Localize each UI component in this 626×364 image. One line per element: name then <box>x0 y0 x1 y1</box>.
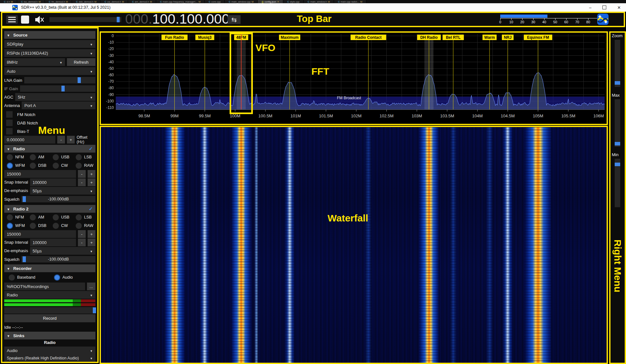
mode-cw[interactable]: CW <box>53 162 68 169</box>
radio-button-icon[interactable] <box>30 214 36 220</box>
radio-button-icon[interactable] <box>76 154 82 160</box>
editor-tab[interactable]: Cd.hM <box>0 0 17 3</box>
increment-button[interactable]: + <box>88 230 95 238</box>
radio-button-icon[interactable] <box>7 214 13 220</box>
source-device-select[interactable]: RSPdx (191106DA42) <box>4 49 95 57</box>
source-driver-select[interactable]: SDRplay <box>4 40 95 48</box>
recorder-volume-handle[interactable] <box>93 307 96 313</box>
recorder-volume-slider[interactable] <box>4 307 95 314</box>
increment-button[interactable]: + <box>88 170 95 178</box>
editor-tab[interactable]: Ccw_demod.hM <box>101 0 128 3</box>
bandwidth-select[interactable]: 8MHz <box>4 58 65 66</box>
zoom-slider-handle[interactable] <box>615 81 620 85</box>
editor-tab[interactable]: Cmain_window.hM <box>304 0 334 3</box>
if-gain-handle[interactable] <box>61 86 65 91</box>
max-slider-handle[interactable] <box>615 142 620 145</box>
mode-dsb[interactable]: DSB <box>30 162 47 169</box>
mode-usb[interactable]: USB <box>53 153 70 161</box>
swap-iq-button[interactable]: ⇆ <box>228 15 241 24</box>
increment-button[interactable]: + <box>88 178 95 186</box>
radio-button-icon[interactable] <box>30 163 36 169</box>
deemphasis-select[interactable]: 50µs <box>30 247 95 255</box>
mode-am[interactable]: AM <box>30 213 44 221</box>
decrement-button[interactable]: - <box>78 239 86 246</box>
fft-display[interactable]: FM BroadcastFun RadioMusiq348FMMaximumRa… <box>100 31 608 125</box>
checkbox-row[interactable]: FM Notch <box>4 111 95 118</box>
frequency-main-digits[interactable]: 100.100.000 <box>152 11 230 27</box>
menu-toggle-button[interactable] <box>6 15 18 24</box>
checkbox-icon[interactable] <box>6 128 13 134</box>
offset-input[interactable]: 0.000000 <box>4 136 55 144</box>
recorder-mode-baseband[interactable]: Baseband <box>9 273 35 281</box>
radio-button-icon[interactable] <box>30 223 36 229</box>
min-slider-handle[interactable] <box>615 163 620 166</box>
deemphasis-select[interactable]: 50µs <box>30 187 95 195</box>
sink-device-select[interactable]: Speakers (Realtek High Definition Audio) <box>4 354 95 362</box>
radio-button-icon[interactable] <box>53 154 59 160</box>
mode-nfm[interactable]: NFM <box>7 213 24 221</box>
mode-usb[interactable]: USB <box>53 213 70 221</box>
offset-decrement-button[interactable]: - <box>57 136 65 144</box>
lna-gain-handle[interactable] <box>78 77 81 83</box>
bandwidth-input[interactable]: 150000 <box>4 230 76 238</box>
mode-wfm[interactable]: WFM <box>7 162 25 169</box>
radio-button-icon[interactable] <box>9 274 15 281</box>
enabled-check-icon[interactable] <box>89 146 93 152</box>
editor-tab[interactable]: Cdsb_demod.hM <box>72 0 101 3</box>
close-button[interactable]: ✕ <box>617 5 621 10</box>
radio-button-icon[interactable] <box>76 223 82 229</box>
editor-tab[interactable]: Ccore.cpp <box>205 0 225 3</box>
radio-button-icon[interactable] <box>76 214 82 220</box>
sinks-section-header[interactable]: Sinks <box>4 332 95 339</box>
mode-nfm[interactable]: NFM <box>7 153 24 161</box>
record-button[interactable]: Record <box>4 314 95 322</box>
editor-tab-strip[interactable]: Cd.hMCiso_demod.hMCfm_demod.hMCdsb_demod… <box>0 0 626 3</box>
mode-raw[interactable]: RAW <box>76 162 93 169</box>
mode-cw[interactable]: CW <box>53 222 68 230</box>
radio-button-icon[interactable] <box>76 163 82 169</box>
agc-mode-select[interactable]: Auto <box>4 67 95 75</box>
radio-button-icon[interactable] <box>7 154 13 160</box>
radio-button-icon[interactable] <box>53 163 59 169</box>
sink-type-select[interactable]: Audio <box>4 347 95 354</box>
min-slider[interactable] <box>615 159 620 207</box>
decrement-button[interactable]: - <box>78 170 86 178</box>
antenna-select[interactable]: Port A <box>22 102 95 109</box>
max-slider[interactable] <box>615 99 620 147</box>
decrement-button[interactable]: - <box>78 230 86 238</box>
checkbox-icon[interactable] <box>6 120 13 126</box>
snap-input[interactable]: 100000 <box>30 239 76 246</box>
radio-button-icon[interactable] <box>53 223 59 229</box>
editor-tab[interactable]: Cam_demod.hM <box>128 0 156 3</box>
editor-tab[interactable]: Cmain.cpp radio\...M <box>334 0 366 3</box>
checkbox-icon[interactable] <box>6 111 13 118</box>
recording-path-input[interactable]: %ROOT%/Recordings <box>4 283 85 290</box>
radio-button-icon[interactable] <box>53 214 59 220</box>
offset-increment-button[interactable]: + <box>67 136 75 144</box>
radio-section-header[interactable]: Radio 2 <box>4 205 95 213</box>
fft-spectrum-plot[interactable]: FM BroadcastFun RadioMusiq348FMMaximumRa… <box>101 33 607 124</box>
decrement-button[interactable]: - <box>78 178 86 186</box>
editor-tab[interactable]: Cmain.cpp frequency_manager\...M <box>156 0 205 3</box>
editor-tab[interactable]: {}config.json✕ <box>258 0 283 3</box>
mode-raw[interactable]: RAW <box>76 222 93 230</box>
radio-button-selected-icon[interactable] <box>7 163 13 169</box>
mode-am[interactable]: AM <box>30 153 44 161</box>
mute-speaker-icon[interactable] <box>34 15 44 25</box>
agc-rate-select[interactable]: 5Hz <box>15 93 95 101</box>
browse-path-button[interactable]: ... <box>87 283 95 290</box>
editor-tab[interactable]: Cfm_demod.hM <box>45 0 72 3</box>
frequency-display[interactable]: 000.100.100.000 <box>125 11 230 29</box>
recorder-mode-audio[interactable]: Audio <box>54 273 73 281</box>
radio-button-icon[interactable] <box>30 154 36 160</box>
zoom-slider[interactable] <box>615 40 620 87</box>
refresh-button[interactable]: Refresh <box>67 58 95 66</box>
radio-button-selected-icon[interactable] <box>54 274 60 281</box>
recorder-stream-select[interactable]: Radio <box>4 291 95 299</box>
squelch-slider[interactable]: -100.000dB <box>21 196 95 202</box>
maximize-button[interactable] <box>602 5 606 9</box>
mode-dsb[interactable]: DSB <box>30 222 47 230</box>
editor-tab[interactable]: Cstyle.cpp <box>283 0 304 3</box>
mode-lsb[interactable]: LSB <box>76 213 92 221</box>
if-gain-slider[interactable] <box>20 85 95 92</box>
